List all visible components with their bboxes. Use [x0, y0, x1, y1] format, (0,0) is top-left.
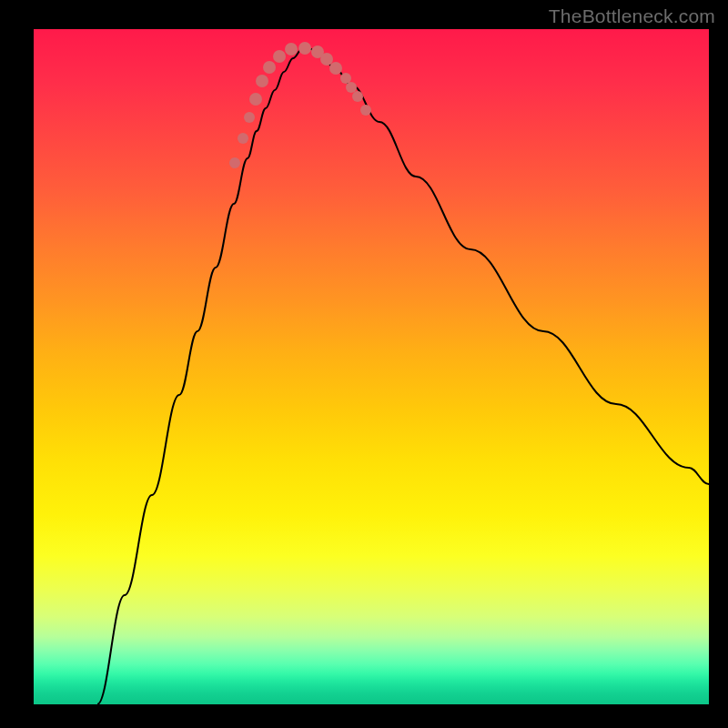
dot [249, 93, 262, 106]
dot [263, 61, 276, 74]
dot [273, 50, 286, 63]
dot [244, 112, 255, 123]
frame: TheBottleneck.com [0, 0, 728, 728]
dot [320, 53, 333, 66]
dot [352, 91, 363, 102]
dot [238, 133, 248, 144]
dot [285, 43, 298, 56]
watermark-text: TheBottleneck.com [549, 5, 715, 27]
dot [346, 82, 357, 93]
chart-svg [34, 29, 709, 704]
bottleneck-curve [97, 49, 709, 704]
dot [298, 42, 311, 55]
dot [229, 157, 240, 168]
dot [329, 62, 342, 75]
plot-area [34, 29, 709, 704]
dot [256, 75, 268, 87]
dot [360, 105, 371, 116]
dot [340, 73, 351, 84]
